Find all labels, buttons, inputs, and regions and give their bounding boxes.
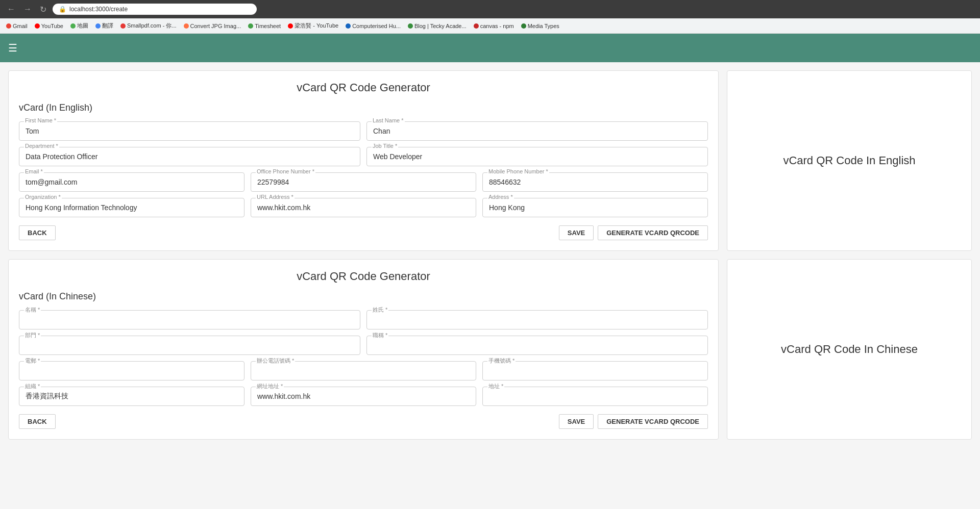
bookmark-convert[interactable]: Convert JPG Imag... bbox=[182, 22, 243, 30]
english-save-button[interactable]: SAVE bbox=[559, 225, 594, 240]
office-phone-input[interactable] bbox=[251, 172, 476, 192]
bookmark-smallpdf[interactable]: Smallpdf.com - 你... bbox=[118, 21, 179, 31]
chinese-job-title-label: 職稱 * bbox=[372, 332, 388, 339]
contact-row: Email * Office Phone Number * Mobile Pho… bbox=[19, 172, 708, 192]
name-row: First Name * Last Name * bbox=[19, 121, 708, 141]
english-back-button[interactable]: BACK bbox=[19, 225, 56, 240]
chinese-address-field: 地址 * bbox=[482, 387, 708, 406]
bookmark-gmail[interactable]: Gmail bbox=[4, 22, 30, 30]
bookmark-translate[interactable]: 翻譯 bbox=[93, 21, 115, 31]
english-form-card: vCard QR Code Generator vCard (In Englis… bbox=[8, 70, 719, 251]
main-content: vCard QR Code Generator vCard (In Englis… bbox=[0, 62, 980, 448]
job-title-input[interactable] bbox=[366, 147, 708, 166]
chinese-job-title-field: 職稱 * bbox=[366, 336, 708, 355]
chinese-address-input[interactable] bbox=[482, 387, 708, 406]
department-label: Department * bbox=[24, 143, 59, 149]
chinese-generate-button[interactable]: GENERATE VCARD QRCODE bbox=[598, 414, 708, 429]
department-input[interactable] bbox=[19, 147, 360, 166]
last-name-label: Last Name * bbox=[372, 117, 405, 123]
organization-field: Organization * bbox=[19, 198, 244, 217]
chinese-qr-title: vCard QR Code In Chinese bbox=[781, 343, 918, 356]
last-name-field: Last Name * bbox=[366, 121, 708, 141]
back-nav-btn[interactable]: ← bbox=[5, 4, 17, 15]
english-qr-panel: vCard QR Code In English bbox=[727, 70, 972, 251]
mobile-phone-label: Mobile Phone Number * bbox=[487, 168, 549, 174]
organization-input[interactable] bbox=[19, 198, 244, 217]
chinese-office-phone-label: 辦公電話號碼 * bbox=[256, 357, 295, 365]
bookmark-blog[interactable]: Blog | Tecky Acade... bbox=[406, 22, 469, 30]
email-input[interactable] bbox=[19, 172, 244, 192]
chinese-form-card: vCard QR Code Generator vCard (In Chines… bbox=[8, 259, 719, 440]
chinese-organization-input[interactable] bbox=[19, 387, 244, 406]
bookmark-canvas-npm[interactable]: canvas - npm bbox=[472, 22, 516, 30]
url-bar[interactable]: 🔒 localhost:3000/create bbox=[53, 4, 257, 15]
url-text: localhost:3000/create bbox=[69, 6, 128, 13]
english-right-actions: SAVE GENERATE VCARD QRCODE bbox=[559, 225, 708, 240]
bookmarks-bar: Gmail YouTube 地圖 翻譯 Smallpdf.com - 你... … bbox=[0, 18, 980, 34]
bookmark-computerised[interactable]: Computerised Hu... bbox=[344, 22, 403, 30]
chinese-first-name-field: 名稱 * bbox=[19, 310, 360, 329]
chinese-first-name-input[interactable] bbox=[19, 310, 360, 329]
chinese-last-name-input[interactable] bbox=[366, 310, 708, 329]
chinese-address-label: 地址 * bbox=[487, 383, 504, 390]
chinese-contact-row: 電郵 * 辦公電話號碼 * 手機號碼 * bbox=[19, 361, 708, 380]
first-name-label: First Name * bbox=[24, 117, 57, 123]
dept-jobtitle-row: Department * Job Title * bbox=[19, 147, 708, 166]
organization-label: Organization * bbox=[24, 194, 62, 200]
chinese-mobile-phone-input[interactable] bbox=[482, 361, 708, 380]
last-name-input[interactable] bbox=[366, 121, 708, 141]
job-title-label: Job Title * bbox=[372, 143, 398, 149]
chinese-department-field: 部門 * bbox=[19, 336, 360, 355]
chinese-email-field: 電郵 * bbox=[19, 361, 244, 380]
chinese-url-input[interactable] bbox=[251, 387, 476, 406]
bookmark-timesheet[interactable]: Timesheet bbox=[246, 22, 283, 30]
reload-btn[interactable]: ↻ bbox=[38, 4, 48, 15]
bookmark-lhx-youtube[interactable]: 梁浩賢 - YouTube bbox=[286, 21, 340, 31]
browser-chrome: ← → ↻ 🔒 localhost:3000/create bbox=[0, 0, 980, 18]
address-input[interactable] bbox=[482, 198, 708, 217]
first-name-input[interactable] bbox=[19, 121, 360, 141]
chinese-org-url-address-row: 組織 * 網址地址 * 地址 * bbox=[19, 387, 708, 406]
chinese-form-subtitle: vCard (In Chinese) bbox=[19, 291, 708, 302]
url-field: URL Address * bbox=[251, 198, 476, 217]
english-qr-title: vCard QR Code In English bbox=[783, 154, 915, 167]
english-generate-button[interactable]: GENERATE VCARD QRCODE bbox=[598, 225, 708, 240]
lock-icon: 🔒 bbox=[59, 6, 66, 13]
department-field: Department * bbox=[19, 147, 360, 166]
chinese-last-name-field: 姓氏 * bbox=[366, 310, 708, 329]
first-name-field: First Name * bbox=[19, 121, 360, 141]
bookmark-youtube[interactable]: YouTube bbox=[33, 22, 65, 30]
mobile-phone-field: Mobile Phone Number * bbox=[482, 172, 708, 192]
chinese-qr-panel: vCard QR Code In Chinese bbox=[727, 259, 972, 440]
app-navbar: ☰ bbox=[0, 34, 980, 62]
bookmark-media-types[interactable]: Media Types bbox=[519, 22, 561, 30]
chinese-department-input[interactable] bbox=[19, 336, 360, 355]
chinese-url-label: 網址地址 * bbox=[256, 383, 284, 390]
chinese-organization-label: 組織 * bbox=[24, 383, 41, 390]
job-title-field: Job Title * bbox=[366, 147, 708, 166]
chinese-back-button[interactable]: BACK bbox=[19, 414, 56, 429]
chinese-job-title-input[interactable] bbox=[366, 336, 708, 355]
chinese-right-actions: SAVE GENERATE VCARD QRCODE bbox=[559, 414, 708, 429]
chinese-email-label: 電郵 * bbox=[24, 357, 41, 365]
org-url-address-row: Organization * URL Address * Address * bbox=[19, 198, 708, 217]
chinese-first-name-label: 名稱 * bbox=[24, 306, 41, 314]
hamburger-menu-icon[interactable]: ☰ bbox=[8, 42, 17, 54]
url-input[interactable] bbox=[251, 198, 476, 217]
email-label: Email * bbox=[24, 168, 44, 174]
english-form-title: vCard QR Code Generator bbox=[19, 81, 708, 94]
chinese-url-field: 網址地址 * bbox=[251, 387, 476, 406]
chinese-mobile-phone-field: 手機號碼 * bbox=[482, 361, 708, 380]
mobile-phone-input[interactable] bbox=[482, 172, 708, 192]
office-phone-field: Office Phone Number * bbox=[251, 172, 476, 192]
chinese-organization-field: 組織 * bbox=[19, 387, 244, 406]
chinese-form-actions: BACK SAVE GENERATE VCARD QRCODE bbox=[19, 414, 708, 429]
chinese-email-input[interactable] bbox=[19, 361, 244, 380]
chinese-last-name-label: 姓氏 * bbox=[372, 306, 388, 314]
chinese-mobile-phone-label: 手機號碼 * bbox=[487, 357, 516, 365]
chinese-save-button[interactable]: SAVE bbox=[559, 414, 594, 429]
forward-nav-btn[interactable]: → bbox=[21, 4, 34, 15]
bookmark-maps[interactable]: 地圖 bbox=[68, 21, 90, 31]
chinese-dept-job-row: 部門 * 職稱 * bbox=[19, 336, 708, 355]
chinese-department-label: 部門 * bbox=[24, 332, 41, 339]
